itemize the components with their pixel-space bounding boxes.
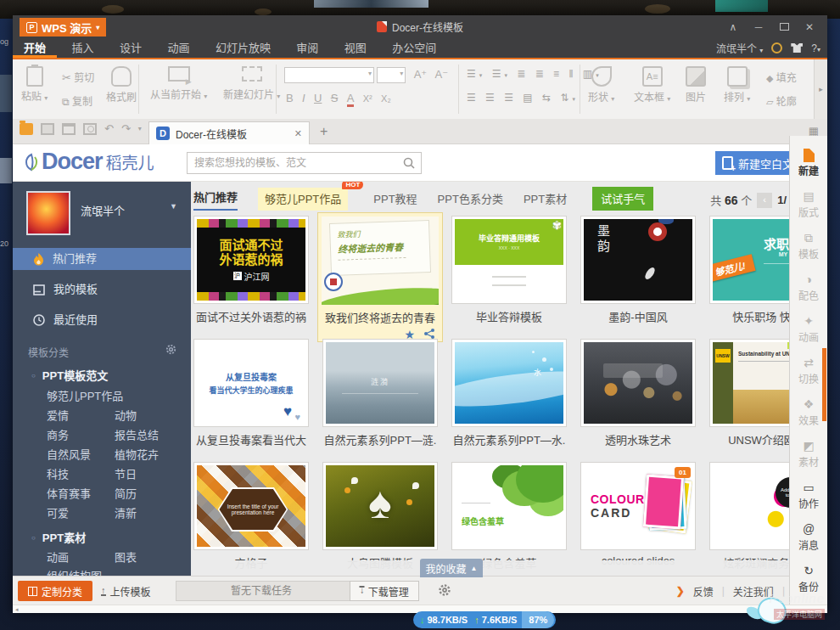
underline-button[interactable]: U xyxy=(314,92,322,104)
maximize-button[interactable] xyxy=(771,21,797,33)
search-input[interactable] xyxy=(188,157,402,169)
search-icon[interactable] xyxy=(402,156,416,170)
align-right-icon[interactable]: ☰ xyxy=(504,92,517,104)
superscript-button[interactable]: X² xyxy=(363,93,372,104)
panel-item-assets[interactable]: ◩ 素材 xyxy=(790,434,827,475)
minimize-button[interactable]: ─ xyxy=(746,21,771,33)
print-preview-icon[interactable] xyxy=(83,123,97,135)
subscript-button[interactable]: X₂ xyxy=(381,93,391,104)
settings-gear-icon[interactable] xyxy=(438,583,451,597)
feedback-link[interactable]: 反馈 xyxy=(693,584,714,599)
template-card[interactable]: 透明水珠艺术 xyxy=(580,339,696,447)
paste-button[interactable]: 粘贴 ▾ xyxy=(21,66,48,103)
picture-button[interactable]: 图片 xyxy=(686,66,706,104)
template-card[interactable]: ♠ 大鸟图腾模板 xyxy=(322,462,438,571)
slideshow-from-current-button[interactable]: 从当前开始 ▾ xyxy=(150,66,207,101)
bullets-icon[interactable]: ☰ xyxy=(467,68,479,80)
account-menu[interactable]: 流氓半个 ▾ xyxy=(716,41,763,55)
bold-button[interactable]: B xyxy=(286,92,294,104)
cut-button[interactable]: ✂ 剪切 xyxy=(62,70,94,84)
category-link[interactable]: 可爱 xyxy=(47,504,69,520)
font-name-select[interactable] xyxy=(284,67,374,83)
close-tab-icon[interactable]: ✕ xyxy=(294,128,302,139)
template-card-hovered[interactable]: 致我们 终将逝去的青春 致我们终将逝去的青春 ★ xyxy=(317,212,443,342)
help-menu[interactable]: ?▾ xyxy=(811,42,820,54)
align-left-icon[interactable]: ☰ xyxy=(467,92,479,104)
gallery-tab-goufaner[interactable]: 够范儿PPT作品 HOT xyxy=(258,188,348,211)
panel-item-animation[interactable]: ✦ 动画 xyxy=(790,309,827,351)
template-card[interactable]: 从复旦投毒案 看当代大学生的心理疾患 ♥ ♥ 从复旦投毒案看当代大 xyxy=(193,339,309,447)
share-icon[interactable] xyxy=(423,328,435,340)
template-card[interactable]: 涟漪 自然元素系列PPT—涟. xyxy=(322,339,438,447)
customize-categories-button[interactable]: 定制分类 xyxy=(18,581,92,601)
tab-slideshow[interactable]: 幻灯片放映 xyxy=(204,38,282,58)
text-direction-icon[interactable]: ⫴ xyxy=(568,68,576,80)
prev-page-button[interactable]: ‹ xyxy=(757,193,772,208)
category-link[interactable]: 够范儿PPT作品 xyxy=(47,387,123,403)
panel-item-template[interactable]: ⧉ 模板 xyxy=(790,226,827,267)
sidebar-item-recent[interactable]: 最近使用 xyxy=(13,309,191,331)
shapes-button[interactable]: 形状 ▾ xyxy=(588,66,614,104)
quick-access-dropdown-icon[interactable]: ▾ xyxy=(138,123,142,135)
category-link[interactable]: 植物花卉 xyxy=(115,446,159,462)
panel-item-layout[interactable]: ▤ 版式 xyxy=(790,184,827,226)
font-color-button[interactable]: A xyxy=(347,92,355,107)
docer-coin-icon[interactable] xyxy=(771,42,782,53)
template-card[interactable]: COLOUR CARD 01 coloured slides xyxy=(580,462,696,567)
category-link[interactable]: 报告总结 xyxy=(115,426,159,442)
category-link[interactable]: 组织结构图 xyxy=(47,567,102,576)
chevron-down-icon[interactable]: ▼ xyxy=(170,202,177,211)
tab-workspace[interactable]: 办公空间 xyxy=(381,38,447,58)
category-link[interactable]: 爱情 xyxy=(47,407,69,423)
panel-item-color-scheme[interactable]: ◑ 配色 xyxy=(790,267,827,309)
gallery-tab-assets[interactable]: PPT素材 xyxy=(524,190,567,211)
justify-icon[interactable]: ▤ xyxy=(523,92,535,104)
sidebar-item-my-templates[interactable]: 我的模板 xyxy=(13,278,191,301)
align-center-icon[interactable]: ☰ xyxy=(485,92,498,104)
numbering-icon[interactable]: ☰ xyxy=(492,68,505,80)
category-group-ppt-assets[interactable]: PPT素材 xyxy=(31,529,86,545)
tab-animation[interactable]: 动画 xyxy=(156,38,200,58)
category-link[interactable]: 清新 xyxy=(115,504,137,520)
tab-view[interactable]: 视图 xyxy=(333,38,378,58)
category-link[interactable]: 动画 xyxy=(47,548,69,565)
template-card[interactable]: 绿色含羞草 绿色含羞草 xyxy=(451,462,567,571)
template-card[interactable]: 毕业答辩通用模板XXX · XXX ✾ 毕业答辩模板 xyxy=(451,216,567,324)
collapse-ribbon-button[interactable]: ∧ xyxy=(720,21,746,33)
panel-item-messages[interactable]: @ 消息 xyxy=(790,517,827,559)
redo-icon[interactable]: ↷ xyxy=(121,123,131,135)
text-wrap-icon[interactable]: ≡ xyxy=(553,68,563,80)
template-card[interactable]: 水 自然元素系列PPT—水. xyxy=(451,339,567,447)
category-link[interactable]: 简历 xyxy=(115,485,137,501)
category-link[interactable]: 自然风景 xyxy=(47,446,91,462)
format-painter-button[interactable]: 格式刷 xyxy=(106,66,137,104)
my-favorites-button[interactable]: 我的收藏▲ xyxy=(420,559,483,577)
avatar[interactable] xyxy=(26,191,70,235)
panel-item-collaborate[interactable]: ▭ 协作 xyxy=(790,475,827,517)
new-tab-button[interactable]: + xyxy=(320,124,328,139)
strikethrough-button[interactable]: S xyxy=(331,92,339,104)
gallery-tab-tutorials[interactable]: PPT教程 xyxy=(373,190,417,211)
close-button[interactable]: ✕ xyxy=(797,21,822,33)
skin-icon[interactable] xyxy=(791,43,803,53)
shrink-font-button[interactable]: A⁻ xyxy=(435,68,449,81)
category-link[interactable]: 图表 xyxy=(115,548,137,565)
category-link[interactable]: 商务 xyxy=(47,426,69,442)
undo-icon[interactable]: ↶ xyxy=(104,123,114,135)
new-slide-button[interactable]: 新建幻灯片 ▾ xyxy=(223,66,280,101)
panel-scrollbar[interactable] xyxy=(822,348,826,421)
category-link[interactable]: 动物 xyxy=(115,407,137,423)
save-icon[interactable] xyxy=(41,123,54,135)
doc-tab-docer[interactable]: D Docer-在线模板 ✕ xyxy=(148,121,310,144)
distribute-icon[interactable]: ⇆ xyxy=(542,92,554,104)
category-link[interactable]: 体育赛事 xyxy=(47,485,91,501)
gear-icon[interactable] xyxy=(165,343,177,356)
copy-button[interactable]: ⧉ 复制 xyxy=(62,93,92,108)
sidebar-username[interactable]: 流氓半个 xyxy=(81,202,125,218)
outline-button[interactable]: ▱ 轮廓 xyxy=(766,93,797,108)
open-file-icon[interactable] xyxy=(20,123,33,135)
tab-insert[interactable]: 插入 xyxy=(60,38,104,58)
tab-home[interactable]: 开始 xyxy=(13,38,57,58)
template-card[interactable]: 面试通不过 外语惹的祸 沪沪江网 面试不过关外语惹的祸 xyxy=(193,216,309,324)
template-card[interactable]: 墨韵 墨韵-中国风 xyxy=(580,216,696,324)
